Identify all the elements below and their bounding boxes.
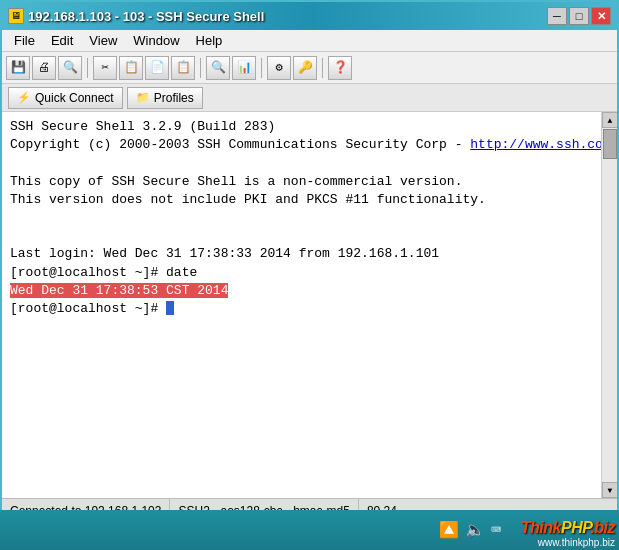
scroll-up-button[interactable]: ▲ xyxy=(602,112,617,128)
terminal-line-prompt: [root@localhost ~]# xyxy=(10,300,609,318)
profiles-label: Profiles xyxy=(154,91,194,105)
terminal-line-1: SSH Secure Shell 3.2.9 (Build 283) xyxy=(10,118,609,136)
menu-file[interactable]: File xyxy=(6,31,43,50)
terminal-line-7 xyxy=(10,227,609,245)
ssh-window: 🖥 192.168.1.103 - 103 - SSH Secure Shell… xyxy=(0,0,619,520)
title-bar-left: 🖥 192.168.1.103 - 103 - SSH Secure Shell xyxy=(8,8,264,24)
terminal-scrollbar[interactable]: ▲ ▼ xyxy=(601,112,617,498)
taskbar-up-icon: 🔼 xyxy=(439,520,459,540)
profiles-icon: 📁 xyxy=(136,91,150,104)
menu-edit[interactable]: Edit xyxy=(43,31,81,50)
toolbar-print[interactable]: 🖨 xyxy=(32,56,56,80)
menu-window[interactable]: Window xyxy=(125,31,187,50)
logo-php: PHP xyxy=(561,519,590,536)
menu-bar: File Edit View Window Help xyxy=(2,30,617,52)
toolbar-sep3 xyxy=(261,58,262,78)
toolbar-save[interactable]: 💾 xyxy=(6,56,30,80)
terminal-area[interactable]: SSH Secure Shell 3.2.9 (Build 283) Copyr… xyxy=(2,112,617,498)
quick-connect-label: Quick Connect xyxy=(35,91,114,105)
terminal-line-9: [root@localhost ~]# date xyxy=(10,264,609,282)
scroll-thumb[interactable] xyxy=(603,129,617,159)
title-buttons: ─ □ ✕ xyxy=(547,7,611,25)
taskbar: 🔼 🔈 ⌨ ThinkPHP.biz www.thinkphp.biz xyxy=(0,510,619,550)
logo-biz: .biz xyxy=(590,519,615,536)
toolbar: 💾 🖨 🔍 ✂ 📋 📄 📋 🔍 📊 ⚙ 🔑 ❓ xyxy=(2,52,617,84)
logo-think: Think xyxy=(521,519,561,536)
taskbar-keyboard-icon: ⌨ xyxy=(491,520,501,540)
terminal-line-4: This copy of SSH Secure Shell is a non-c… xyxy=(10,173,609,191)
toolbar-key[interactable]: 🔑 xyxy=(293,56,317,80)
scroll-down-button[interactable]: ▼ xyxy=(602,482,617,498)
terminal-line-2: Copyright (c) 2000-2003 SSH Communicatio… xyxy=(10,136,609,154)
taskbar-speaker-icon: 🔈 xyxy=(465,520,485,540)
toolbar-search[interactable]: 🔍 xyxy=(58,56,82,80)
terminal-link[interactable]: http://www.ssh.com/ xyxy=(470,137,617,152)
toolbar-copy[interactable]: 📋 xyxy=(119,56,143,80)
highlight-text: Wed Dec 31 17:38:53 CST 2014 xyxy=(10,283,228,298)
toolbar-sep2 xyxy=(200,58,201,78)
terminal-line-3 xyxy=(10,154,609,172)
toolbar-cut[interactable]: ✂ xyxy=(93,56,117,80)
toolbar-sep4 xyxy=(322,58,323,78)
minimize-button[interactable]: ─ xyxy=(547,7,567,25)
taskbar-icons: 🔼 🔈 ⌨ xyxy=(439,520,501,540)
terminal-line-highlight: Wed Dec 31 17:38:53 CST 2014 xyxy=(10,282,609,300)
terminal-line-8: Last login: Wed Dec 31 17:38:33 2014 fro… xyxy=(10,245,609,263)
terminal-line-6 xyxy=(10,209,609,227)
quick-connect-icon: ⚡ xyxy=(17,91,31,104)
toolbar-find[interactable]: 🔍 xyxy=(206,56,230,80)
toolbar-sep1 xyxy=(87,58,88,78)
logo-main-text: ThinkPHP.biz xyxy=(521,519,615,537)
maximize-button[interactable]: □ xyxy=(569,7,589,25)
profiles-button[interactable]: 📁 Profiles xyxy=(127,87,203,109)
close-button[interactable]: ✕ xyxy=(591,7,611,25)
toolbar-paste[interactable]: 📄 xyxy=(145,56,169,80)
logo-url: www.thinkphp.biz xyxy=(538,537,615,548)
window-icon: 🖥 xyxy=(8,8,24,24)
toolbar-chart[interactable]: 📊 xyxy=(232,56,256,80)
toolbar-help[interactable]: ❓ xyxy=(328,56,352,80)
window-title: 192.168.1.103 - 103 - SSH Secure Shell xyxy=(28,9,264,24)
quickbar: ⚡ Quick Connect 📁 Profiles xyxy=(2,84,617,112)
toolbar-settings[interactable]: ⚙ xyxy=(267,56,291,80)
menu-help[interactable]: Help xyxy=(188,31,231,50)
title-bar: 🖥 192.168.1.103 - 103 - SSH Secure Shell… xyxy=(2,2,617,30)
terminal-line-5: This version does not include PKI and PK… xyxy=(10,191,609,209)
menu-view[interactable]: View xyxy=(81,31,125,50)
toolbar-clipboard[interactable]: 📋 xyxy=(171,56,195,80)
quick-connect-button[interactable]: ⚡ Quick Connect xyxy=(8,87,123,109)
taskbar-logo: ThinkPHP.biz www.thinkphp.biz xyxy=(521,519,615,548)
cursor xyxy=(166,301,174,315)
